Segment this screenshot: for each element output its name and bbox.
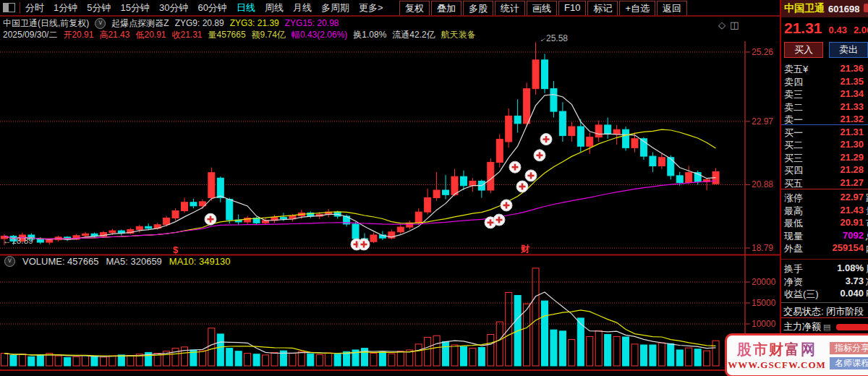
watermark-logo[interactable]: 股市财富网 WWW.GSCFW.COM 指标分享 名师课程 — [725, 333, 868, 376]
toolbar-button-画线[interactable]: 画线 — [527, 1, 557, 17]
svg-text:10000: 10000 — [752, 319, 776, 329]
level-label: 卖二 — [784, 101, 803, 114]
stat-row-现量: 现量7092总 — [781, 230, 868, 242]
order-book-row-买二[interactable]: 买二21.30 — [781, 139, 868, 151]
volume-value: VOLUME: 457665 — [22, 256, 99, 267]
tag-indicator-share[interactable]: 指标分享 — [830, 342, 868, 354]
level-label: 卖三 — [784, 88, 803, 101]
menu-item-60分钟[interactable]: 60分钟 — [197, 1, 226, 14]
svg-text:20.88: 20.88 — [752, 179, 773, 189]
header-segment: ZYG9: 20.89 — [175, 18, 224, 28]
level-price: 21.32 — [840, 114, 864, 124]
stat-value: 259154 — [807, 242, 864, 253]
level-price: 21.34 — [840, 88, 864, 99]
collapse-chevron-icon[interactable]: ˅ — [4, 256, 15, 267]
toolbar-button-叠加[interactable]: 叠加 — [431, 1, 461, 17]
diamond-icon[interactable]: ◇ — [718, 20, 730, 30]
toolbar-button-统计[interactable]: 统计 — [495, 1, 525, 17]
net-divider — [781, 317, 868, 318]
price-row: 21.31 0.43 2.06 — [784, 20, 868, 37]
tag-teacher-course[interactable]: 名师课程 — [830, 357, 868, 369]
header-segment: 中国卫通(日线,前复权) — [3, 17, 89, 30]
header-segment: 幅0.43(2.06%) — [292, 29, 347, 41]
level-price: 21.29 — [840, 152, 864, 163]
level-price: 21.27 — [840, 177, 864, 188]
volume-ma5: MA5: 320659 — [106, 256, 162, 267]
order-book-row-卖三[interactable]: 卖三21.34 — [781, 88, 868, 101]
order-book-row-买三[interactable]: 买三21.29 — [781, 152, 868, 164]
menu-item-30分钟[interactable]: 30分钟 — [159, 1, 188, 14]
order-book-row-买四[interactable]: 买四21.28 — [781, 164, 868, 176]
order-book-row-卖二[interactable]: 卖二21.33 — [781, 101, 868, 114]
menu-item-月线[interactable]: 月线 — [293, 1, 312, 14]
quote-panel-header: 中国卫通 601698 — [781, 0, 868, 17]
toolbar-button-多股[interactable]: 多股 — [463, 1, 493, 17]
main-net-label: 主力净额 — [783, 320, 821, 333]
level-price: 21.30 — [840, 139, 864, 150]
menu-item-15分钟[interactable]: 15分钟 — [120, 1, 149, 14]
stat-label: 涨停 — [784, 192, 803, 205]
svg-text:15000: 15000 — [752, 298, 776, 308]
menu-item-5分钟[interactable]: 5分钟 — [87, 1, 111, 14]
collapse-chevron-icon[interactable]: ˅ — [95, 18, 106, 29]
level-label: 买四 — [784, 164, 803, 177]
site-url: WWW.GSCFW.COM — [727, 359, 827, 371]
sell-button[interactable]: 卖出 — [829, 42, 868, 58]
level-label: 买一 — [784, 127, 803, 140]
header-segment: 开20.91 — [63, 29, 93, 41]
order-book-row-买五[interactable]: 买五21.27 — [781, 177, 868, 189]
menu-item-日线[interactable]: 日线 — [237, 1, 255, 14]
quote-panel: 中国卫通 601698 21.31 0.43 2.06 买入 卖出 卖五¥21.… — [780, 0, 868, 376]
bid-ask-divider — [781, 124, 868, 125]
level-price: 21.35 — [840, 76, 864, 87]
header-segment: 收21.31 — [172, 29, 203, 41]
window-icon[interactable] — [3, 3, 15, 12]
stat-value: 3.73 — [807, 275, 864, 286]
order-book-row-卖四[interactable]: 卖四21.35 — [781, 76, 868, 88]
stat-label: 最高 — [784, 205, 803, 218]
price-change: 0.43 — [829, 25, 847, 35]
level-label: 卖四 — [784, 76, 803, 89]
toolbar-button-标记[interactable]: 标记 — [587, 1, 618, 17]
stat-row-最高: 最高21.43量 — [781, 205, 868, 217]
candlestick-chart[interactable]: 25.2622.9720.8818.79200001500010000$财 — [0, 41, 780, 376]
menu-item-更多>[interactable]: 更多> — [359, 1, 383, 14]
toolbar-button-F10[interactable]: F10 — [558, 1, 586, 17]
order-book-row-买一[interactable]: 买一21.31 — [781, 127, 868, 139]
level-label: 买五 — [784, 177, 803, 190]
menu-item-多周期[interactable]: 多周期 — [321, 1, 349, 14]
stat-value: 22.97 — [807, 192, 864, 202]
svg-text:20000: 20000 — [752, 277, 776, 287]
toolbar-buttons: 复权叠加多股统计画线F10标记+自选返回 — [399, 1, 687, 17]
level-label: 买二 — [784, 139, 803, 152]
period-menu: 分时1分钟5分钟15分钟30分钟60分钟日线周线月线多周期更多> — [25, 1, 383, 14]
order-book-row-卖五¥[interactable]: 卖五¥21.36 — [781, 63, 868, 75]
order-buttons: 买入 卖出 — [784, 42, 868, 58]
toolbar-button-复权[interactable]: 复权 — [399, 1, 430, 17]
stat-value: 1.08% — [807, 262, 864, 273]
header-segment: ZYG3: 21.39 — [230, 18, 279, 28]
level-label: 买三 — [784, 152, 803, 165]
stat-row-最低: 最低20.91市 — [781, 217, 868, 229]
stat-label: 现量 — [784, 230, 803, 243]
stat-value: 21.43 — [807, 205, 864, 215]
panel-corner-icon[interactable] — [864, 4, 868, 12]
stat-value: 20.91 — [807, 217, 864, 228]
toolbar-button-+自选[interactable]: +自选 — [619, 1, 655, 17]
header-segment: 起爆点探测器Z — [111, 17, 169, 30]
detail-icon[interactable]: ▤ — [823, 322, 830, 332]
menu-item-1分钟[interactable]: 1分钟 — [54, 1, 77, 14]
menu-item-分时[interactable]: 分时 — [25, 1, 44, 14]
menu-item-周线[interactable]: 周线 — [265, 1, 284, 14]
level-price: 21.28 — [840, 164, 864, 175]
window-split-icon[interactable]: ◫ — [730, 20, 743, 30]
volume-pane-header: ˅ VOLUME: 457665 MA5: 320659 MA10: 34913… — [4, 256, 230, 267]
stat-value: 0.040 — [807, 288, 864, 299]
high-price-annotation: ←25.58 — [538, 33, 568, 43]
buy-button[interactable]: 买入 — [784, 42, 823, 58]
toolbar-button-返回[interactable]: 返回 — [657, 1, 687, 17]
header-segment: 高21.43 — [99, 29, 129, 41]
site-name: 股市财富网 — [727, 340, 827, 359]
volume-ma10: MA10: 349130 — [169, 256, 231, 267]
low-price-annotation: ←18.89 — [3, 236, 33, 246]
